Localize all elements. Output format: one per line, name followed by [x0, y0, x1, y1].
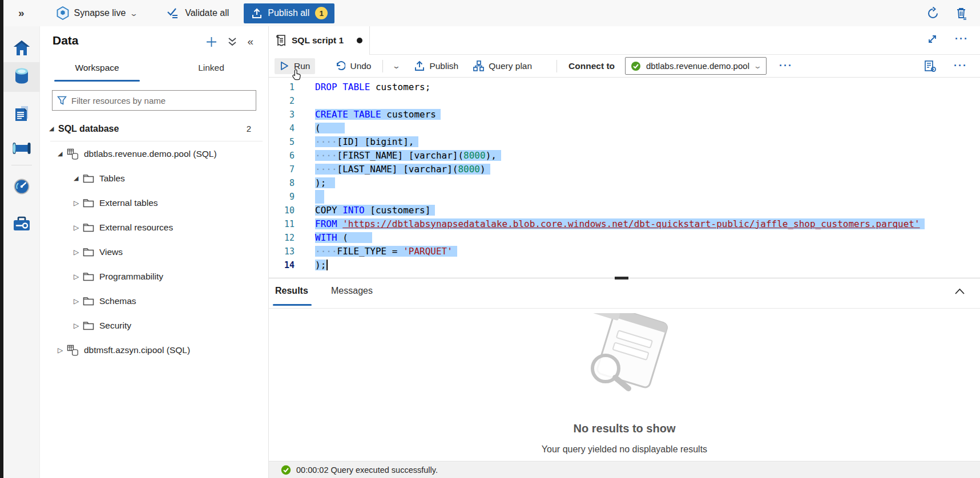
- code-line-12[interactable]: 12WITH (: [269, 231, 980, 245]
- publish-all-button[interactable]: Publish all 1: [244, 3, 334, 23]
- expand-twisty-icon[interactable]: ▷: [58, 346, 67, 354]
- rail-item-data[interactable]: [3, 62, 40, 92]
- expand-twisty-icon[interactable]: ▷: [74, 297, 83, 305]
- synapse-logo-icon: [57, 6, 69, 20]
- code-line-13[interactable]: 13····FILE_TYPE = 'PARQUET': [269, 245, 980, 258]
- rail-item-develop[interactable]: [3, 100, 40, 129]
- tree-item-sql-database[interactable]: ◢SQL database2: [40, 116, 268, 141]
- expand-panel-icon[interactable]: »: [18, 7, 25, 19]
- tree-item-views[interactable]: ▷Views: [40, 240, 268, 264]
- undo-button[interactable]: Undo: [330, 58, 376, 74]
- code-line-5[interactable]: 5····[ID] [bigint],: [269, 135, 980, 149]
- run-button[interactable]: Run: [275, 58, 315, 74]
- tree-item-tables[interactable]: ◢Tables: [40, 166, 268, 191]
- expand-twisty-icon[interactable]: ▷: [74, 248, 83, 256]
- editor-results-splitter[interactable]: [269, 278, 980, 278]
- tree-item-label: dbtmsft.azsyn.cipool (SQL): [84, 345, 190, 355]
- collapse-twisty-icon[interactable]: ◢: [49, 125, 58, 132]
- unsaved-changes-dot: [357, 38, 362, 43]
- line-number: 13: [269, 245, 295, 258]
- toolbar-more-icon[interactable]: ···: [779, 60, 793, 72]
- tree-item-dbtmsft-azsyn-cipool-sql[interactable]: ▷dbtmsft.azsyn.cipool (SQL): [40, 338, 268, 362]
- tree-item-dbtlabs-revenue-demo-pool-sql[interactable]: ◢dbtlabs.revenue.demo.pool (SQL): [40, 141, 268, 166]
- expand-twisty-icon[interactable]: ▷: [74, 273, 83, 281]
- tree-item-programmability[interactable]: ▷Programmability: [40, 264, 268, 289]
- tree-item-security[interactable]: ▷Security: [40, 313, 268, 338]
- empty-state-title: No results to show: [269, 422, 980, 435]
- toolbar-separator: [556, 60, 557, 72]
- validate-all-button[interactable]: Validate all: [167, 7, 229, 19]
- collapse-panel-icon[interactable]: «: [247, 35, 253, 48]
- database-icon: [67, 148, 79, 160]
- tab-messages[interactable]: Messages: [331, 286, 373, 296]
- expand-twisty-icon[interactable]: ▷: [74, 199, 83, 207]
- connect-to-pool-select[interactable]: dbtlabs.revenue.demo.pool ⌄: [625, 57, 767, 75]
- code-line-2[interactable]: 2: [269, 94, 980, 108]
- chevron-down-icon: ⌄: [753, 62, 762, 70]
- collapse-all-icon[interactable]: [228, 37, 237, 47]
- manage-icon: [13, 216, 31, 234]
- publish-count-badge: 1: [315, 7, 328, 19]
- script-settings-icon[interactable]: [924, 60, 937, 72]
- editor-more-icon[interactable]: ···: [954, 60, 967, 72]
- code-line-9[interactable]: 9: [269, 190, 980, 204]
- home-icon: [13, 39, 31, 59]
- line-number: 14: [269, 258, 295, 272]
- code-line-7[interactable]: 7····[LAST_NAME] [varchar](8000): [269, 163, 980, 176]
- line-text: FROM 'https://dbtlabsynapsedatalake.blob…: [315, 217, 925, 231]
- results-panel: Results Messages: [269, 279, 980, 461]
- publish-all-label: Publish all: [268, 8, 309, 18]
- code-line-3[interactable]: 3CREATE TABLE customers: [269, 108, 980, 121]
- tree-item-label: Schemas: [99, 296, 136, 306]
- code-line-6[interactable]: 6····[FIRST_NAME] [varchar](8000),: [269, 149, 980, 163]
- collapse-twisty-icon[interactable]: ◢: [74, 175, 83, 182]
- expand-twisty-icon[interactable]: ▷: [74, 224, 83, 232]
- query-plan-button[interactable]: Query plan: [468, 58, 537, 74]
- code-line-1[interactable]: 1DROP TABLE customers;: [269, 80, 980, 94]
- tree-item-external-resources[interactable]: ▷External resources: [40, 215, 268, 240]
- folder-icon: [83, 297, 94, 306]
- code-editor[interactable]: 1DROP TABLE customers;23CREATE TABLE cus…: [269, 78, 980, 278]
- discard-trash-icon[interactable]: [955, 7, 967, 20]
- mode-picker[interactable]: Synapse live ⌄: [57, 6, 138, 20]
- undo-redo-chevron-icon[interactable]: ⌄: [392, 62, 400, 70]
- line-text: ····FILE_TYPE = 'PARQUET': [315, 245, 457, 258]
- line-number: 2: [269, 94, 295, 108]
- rail-item-home[interactable]: [3, 34, 40, 64]
- publish-label: Publish: [429, 61, 458, 71]
- tab-linked[interactable]: Linked: [154, 59, 268, 80]
- expand-editor-icon[interactable]: [927, 34, 938, 44]
- tree-item-schemas[interactable]: ▷Schemas: [40, 289, 268, 313]
- refresh-icon[interactable]: [926, 7, 939, 20]
- rail-item-monitor[interactable]: [3, 173, 40, 202]
- expand-twisty-icon[interactable]: ▷: [74, 322, 83, 330]
- collapse-twisty-icon[interactable]: ◢: [58, 150, 67, 157]
- line-text: ····[FIRST_NAME] [varchar](8000),: [315, 149, 501, 163]
- code-line-10[interactable]: 10COPY INTO [customers]: [269, 204, 980, 217]
- sql-script-icon: [276, 34, 287, 47]
- rail-item-manage[interactable]: [3, 210, 40, 240]
- publish-button[interactable]: Publish: [409, 58, 463, 74]
- code-line-8[interactable]: 8);: [269, 176, 980, 190]
- run-label: Run: [294, 61, 310, 71]
- collapse-results-icon[interactable]: [954, 287, 965, 297]
- empty-state-subtitle: Your query yielded no displayable result…: [269, 444, 980, 455]
- rail-item-integrate[interactable]: [3, 135, 40, 164]
- data-panel-tabs: Workspace Linked: [40, 59, 268, 80]
- tab-workspace[interactable]: Workspace: [40, 59, 154, 80]
- tree-item-external-tables[interactable]: ▷External tables: [40, 191, 268, 215]
- tree-item-label: Security: [99, 321, 131, 331]
- tree-item-label: Tables: [99, 173, 125, 184]
- publish-upload-icon: [252, 8, 262, 19]
- tab-sql-script-1[interactable]: SQL script 1: [269, 26, 370, 55]
- code-line-11[interactable]: 11FROM 'https://dbtlabsynapsedatalake.bl…: [269, 217, 980, 231]
- filter-resources-input[interactable]: [71, 96, 251, 106]
- monitor-icon: [13, 178, 30, 197]
- add-resource-icon[interactable]: [205, 36, 217, 48]
- integrate-icon: [12, 141, 31, 158]
- line-number: 11: [269, 217, 295, 231]
- code-line-14[interactable]: 14);: [269, 258, 980, 272]
- tab-results[interactable]: Results: [275, 286, 308, 296]
- tab-more-actions-icon[interactable]: ···: [955, 33, 969, 45]
- code-line-4[interactable]: 4(: [269, 121, 980, 135]
